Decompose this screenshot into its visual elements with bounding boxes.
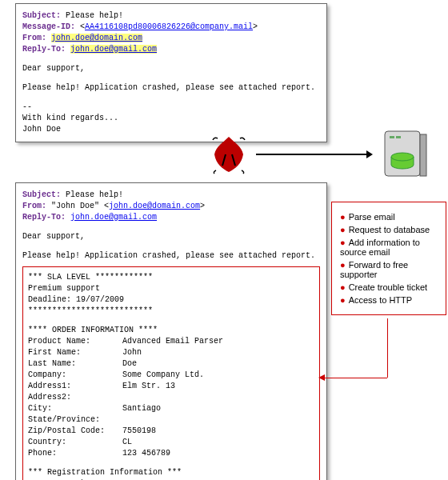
replyto-line: Reply-To: john.doe@gmail.com [22,44,320,55]
out-from-link[interactable]: john.doe@domain.com [109,202,200,210]
msgid-label: Message-ID: [22,22,75,31]
row-addr1: Address1:Elm Str. 13 [28,381,314,392]
from-label: From: [22,34,46,42]
from-link[interactable]: john.doe@domain.com [51,34,142,42]
row-zip: Zip/Postal Code:7550198 [28,426,314,437]
svg-rect-5 [390,136,394,138]
step-5: ●Create trouble ticket [340,282,438,292]
row-city: City:Santiago [28,403,314,414]
company-value: Some Company Ltd. [122,370,204,379]
svg-rect-2 [420,134,426,176]
body-text: Please help! Application crashed, please… [22,82,320,94]
out-body: Please help! Application crashed, please… [22,250,320,262]
addr1-label: Address1: [28,381,122,392]
last-label: Last Name: [28,358,122,370]
product-label: Product Name: [28,336,122,347]
step-2: ●Request to database [340,225,438,234]
product-value: Advanced Email Parser [122,337,223,346]
svg-rect-6 [396,136,401,138]
out-replyto-line: Reply-To: john.doe@gmail.com [22,212,320,223]
red-arrow-down [387,318,388,378]
row-last: Last Name:Doe [28,358,314,370]
row-phone: Phone:123 456789 [28,448,314,459]
last-value: Doe [122,359,137,368]
first-value: John [122,348,142,357]
red-arrow-left [325,378,387,378]
svg-point-0 [225,139,233,147]
from-line: From: john.doe@domain.com [22,33,320,44]
reg-header: *** Registration Information *** [28,467,314,478]
out-replyto-label: Reply-To: [22,213,66,222]
sla-header: *** SLA LEVEL ************ [28,272,314,283]
out-from-label: From: [22,202,46,210]
city-label: City: [28,403,122,414]
msgid-link[interactable]: AA4116108pd80006826226@company.mail [85,22,253,31]
server-icon [380,128,430,182]
row-company: Company:Some Company Ltd. [28,370,314,381]
email-original: Subject: Please help! Message-ID: <AA411… [15,3,327,142]
msgid-line: Message-ID: <AA4116108pd80006826226@comp… [22,22,320,33]
sig-line2: John Doe [22,124,320,135]
addr2-label: Address2: [28,392,122,403]
out-subject-value: Please help! [66,190,123,199]
row-addr2: Address2: [28,392,314,403]
step-3: ●Add information to source email [340,238,438,257]
out-subject-label: Subject: [22,190,61,199]
sla-level: Premium support [28,283,314,294]
parser-logo-icon [206,132,251,177]
row-first: First Name:John [28,347,314,358]
first-label: First Name: [28,347,122,358]
sla-deadline: Deadline: 19/07/2009 [28,294,314,306]
sla-footer: ************************** [28,306,314,317]
arrow-to-server-head [366,150,373,158]
phone-label: Phone: [28,448,122,459]
subject-label: Subject: [22,11,61,20]
row-state: State/Province: [28,414,314,426]
arrow-to-server [256,154,366,155]
out-greeting: Dear support, [22,231,320,242]
addr1-value: Elm Str. 13 [122,382,175,390]
country-label: Country: [28,437,122,448]
city-value: Santiago [122,404,161,413]
order-header: **** ORDER INFORMATION **** [28,325,314,336]
step-6: ●Access to HTTP [340,295,438,305]
greeting: Dear support, [22,63,320,74]
sig-sep: -- [22,102,320,113]
email-processed: Subject: Please help! From: "John Doe" <… [15,182,327,480]
step-1: ●Parse email [340,212,438,222]
out-from-line: From: "John Doe" <john.doe@domain.com> [22,201,320,212]
state-label: State/Province: [28,414,122,426]
phone-value: 123 456789 [122,449,170,458]
replyto-label: Reply-To: [22,45,66,54]
out-from-name: "John Doe" [51,202,99,210]
country-value: CL [122,438,132,446]
appended-info-box: *** SLA LEVEL ************ Premium suppo… [22,266,320,480]
out-replyto-link[interactable]: john.doe@gmail.com [70,213,157,222]
subject-value: Please help! [66,11,123,20]
out-subject-line: Subject: Please help! [22,190,320,201]
company-label: Company: [28,370,122,381]
row-country: Country:CL [28,437,314,448]
replyto-link[interactable]: john.doe@gmail.com [70,45,157,54]
process-steps: ●Parse email ●Request to database ●Add i… [331,202,446,315]
subject-line: Subject: Please help! [22,10,320,22]
step-4: ●Forward to free supporter [340,260,438,279]
row-product: Product Name:Advanced Email Parser [28,336,314,347]
zip-value: 7550198 [122,426,156,435]
red-arrow-head [318,374,325,381]
zip-label: Zip/Postal Code: [28,426,122,437]
sig-line1: With kind regards... [22,113,320,124]
